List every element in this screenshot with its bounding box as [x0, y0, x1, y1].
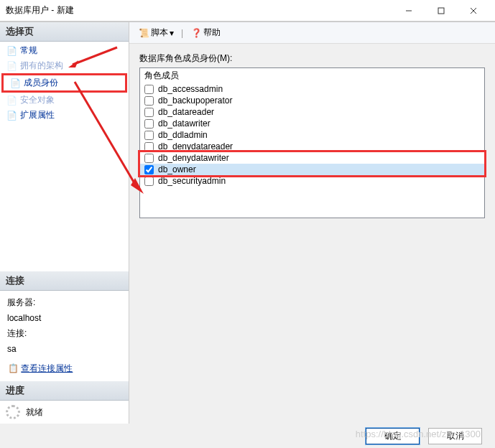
- help-label: 帮助: [203, 27, 221, 39]
- roles-listbox[interactable]: 角色成员 db_accessadmindb_backupoperatordb_d…: [139, 67, 485, 218]
- progress-section: 就绪: [0, 401, 129, 424]
- svg-rect-1: [438, 8, 444, 14]
- role-label: db_backupoperator: [158, 95, 232, 106]
- toolbar-separator: |: [181, 28, 183, 38]
- script-label: 脚本: [151, 27, 168, 39]
- page-icon: 📄: [6, 60, 17, 72]
- view-connection-link[interactable]: 查看连接属性: [21, 363, 73, 373]
- page-icon: 📄: [6, 110, 17, 121]
- progress-status: 就绪: [26, 406, 43, 419]
- select-page-header: 选择页: [0, 22, 129, 42]
- nav-label: 扩展属性: [20, 109, 55, 121]
- cancel-button[interactable]: 取消: [428, 428, 482, 444]
- role-item-db_ddladmin[interactable]: db_ddladmin: [140, 129, 484, 141]
- help-icon: ❓: [190, 27, 202, 39]
- minimize-button[interactable]: [392, 1, 425, 21]
- roles-header: 角色成员: [140, 68, 484, 83]
- role-checkbox[interactable]: [144, 85, 154, 94]
- page-icon: 📄: [6, 45, 17, 57]
- role-checkbox[interactable]: [144, 119, 154, 129]
- role-label: db_datawriter: [158, 118, 211, 129]
- progress-header: 进度: [0, 381, 129, 401]
- main: 📜 脚本 ▾ | ❓ 帮助 数据库角色成员身份(M): 角色成员 db_acce…: [129, 22, 495, 424]
- window-title: 数据库用户 - 新建: [6, 4, 392, 17]
- close-button[interactable]: [457, 1, 489, 21]
- nav-item-schemas[interactable]: 📄 拥有的架构: [0, 58, 129, 73]
- nav-item-membership[interactable]: 📄 成员身份: [4, 75, 125, 90]
- nav-label: 安全对象: [20, 94, 55, 106]
- server-label: 服务器:: [7, 295, 121, 311]
- role-item-db_accessadmin[interactable]: db_accessadmin: [140, 83, 484, 95]
- highlight-membership: 📄 成员身份: [1, 73, 127, 93]
- nav-label: 成员身份: [24, 77, 58, 89]
- role-checkbox[interactable]: [144, 96, 154, 106]
- role-label: db_ddladmin: [158, 130, 208, 140]
- roles-field-label: 数据库角色成员身份(M):: [139, 52, 485, 65]
- script-button[interactable]: 📜 脚本 ▾: [135, 25, 177, 40]
- dropdown-icon: ▾: [170, 28, 174, 38]
- spinner-icon: [6, 405, 20, 419]
- connection-header: 连接: [0, 271, 129, 291]
- nav-list: 📄 常规 📄 拥有的架构 📄 成员身份 📄 安全对象 📄 扩展属性: [0, 42, 129, 124]
- main-body: 数据库角色成员身份(M): 角色成员 db_accessadmindb_back…: [129, 44, 495, 424]
- sidebar: 选择页 📄 常规 📄 拥有的架构 📄 成员身份 📄 安全对象 📄: [0, 22, 129, 424]
- connection-section: 服务器: localhost 连接: sa 📋 查看连接属性: [0, 291, 129, 381]
- titlebar: 数据库用户 - 新建: [0, 0, 495, 22]
- page-icon: 📄: [9, 78, 21, 89]
- highlight-db-owner: db_denydatawriterdb_owner: [138, 150, 486, 177]
- nav-label: 常规: [20, 45, 37, 57]
- role-label: db_accessadmin: [158, 84, 223, 94]
- role-label: db_datareader: [158, 107, 214, 117]
- role-item-db_datareader[interactable]: db_datareader: [140, 106, 484, 118]
- nav-label: 拥有的架构: [20, 60, 63, 72]
- role-item-db_datawriter[interactable]: db_datawriter: [140, 118, 484, 129]
- role-item-db_backupoperator[interactable]: db_backupoperator: [140, 95, 484, 106]
- auth-value: sa: [7, 342, 121, 358]
- dialog-footer: 确定 取消: [0, 424, 495, 448]
- nav-item-securables[interactable]: 📄 安全对象: [0, 93, 129, 108]
- role-checkbox[interactable]: [144, 154, 154, 163]
- help-button[interactable]: ❓ 帮助: [188, 25, 223, 40]
- role-label: db_owner: [158, 164, 196, 174]
- maximize-button[interactable]: [425, 1, 457, 21]
- role-checkbox[interactable]: [144, 131, 154, 140]
- page-icon: 📄: [6, 95, 17, 106]
- ok-button[interactable]: 确定: [366, 428, 420, 444]
- role-item-db_owner[interactable]: db_owner: [140, 164, 484, 175]
- nav-item-general[interactable]: 📄 常规: [0, 43, 129, 58]
- server-value: localhost: [7, 311, 121, 327]
- script-icon: 📜: [138, 27, 149, 39]
- role-checkbox[interactable]: [144, 165, 154, 174]
- role-label: db_denydatawriter: [158, 153, 229, 163]
- role-item-db_denydatawriter[interactable]: db_denydatawriter: [140, 152, 484, 164]
- role-checkbox[interactable]: [144, 108, 154, 117]
- nav-item-extended[interactable]: 📄 扩展属性: [0, 108, 129, 123]
- role-label: db_securityadmin: [158, 176, 226, 186]
- properties-icon: 📋: [7, 363, 19, 375]
- role-checkbox[interactable]: [144, 177, 154, 186]
- auth-label: 连接:: [7, 326, 121, 342]
- toolbar: 📜 脚本 ▾ | ❓ 帮助: [129, 22, 495, 44]
